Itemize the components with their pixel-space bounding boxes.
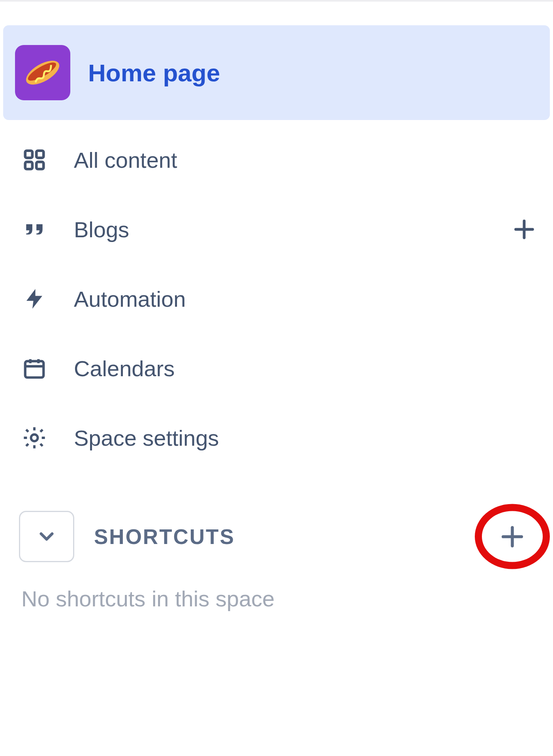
shortcuts-header: SHORTCUTS xyxy=(19,511,546,562)
grid-icon xyxy=(21,146,48,174)
svg-rect-4 xyxy=(25,162,32,169)
sidebar-item-all-content[interactable]: All content xyxy=(3,130,550,189)
svg-rect-2 xyxy=(25,151,32,158)
add-shortcut-button[interactable] xyxy=(498,523,526,550)
sidebar-item-label: Calendars xyxy=(74,356,538,381)
bolt-icon xyxy=(21,285,48,313)
sidebar-item-space-settings[interactable]: Space settings xyxy=(3,408,550,467)
svg-rect-3 xyxy=(36,151,43,158)
calendar-icon xyxy=(21,355,48,382)
shortcuts-title: SHORTCUTS xyxy=(94,525,546,549)
add-blog-button[interactable] xyxy=(510,216,538,243)
sidebar-item-automation[interactable]: Automation xyxy=(3,269,550,328)
svg-rect-5 xyxy=(36,162,43,169)
shortcuts-collapse-button[interactable] xyxy=(19,511,74,562)
svg-rect-8 xyxy=(25,361,44,377)
sidebar-item-calendars[interactable]: Calendars xyxy=(3,339,550,398)
svg-point-12 xyxy=(31,434,38,441)
space-sidebar: Home page All content Blogs xyxy=(0,6,553,612)
shortcuts-section: SHORTCUTS No shortcuts in this space xyxy=(3,511,550,612)
sidebar-item-blogs[interactable]: Blogs xyxy=(3,200,550,259)
sidebar-item-label: Automation xyxy=(74,286,538,312)
sidebar-item-label: Home page xyxy=(88,59,542,87)
sidebar-item-label: Space settings xyxy=(74,425,538,451)
sidebar-item-label: Blogs xyxy=(74,217,485,242)
sidebar-item-home[interactable]: Home page xyxy=(3,25,550,120)
quote-icon xyxy=(21,216,48,243)
gear-icon xyxy=(21,424,48,452)
space-avatar-hotdog-icon xyxy=(15,45,70,100)
shortcuts-empty-text: No shortcuts in this space xyxy=(19,586,546,612)
sidebar-item-label: All content xyxy=(74,147,538,173)
